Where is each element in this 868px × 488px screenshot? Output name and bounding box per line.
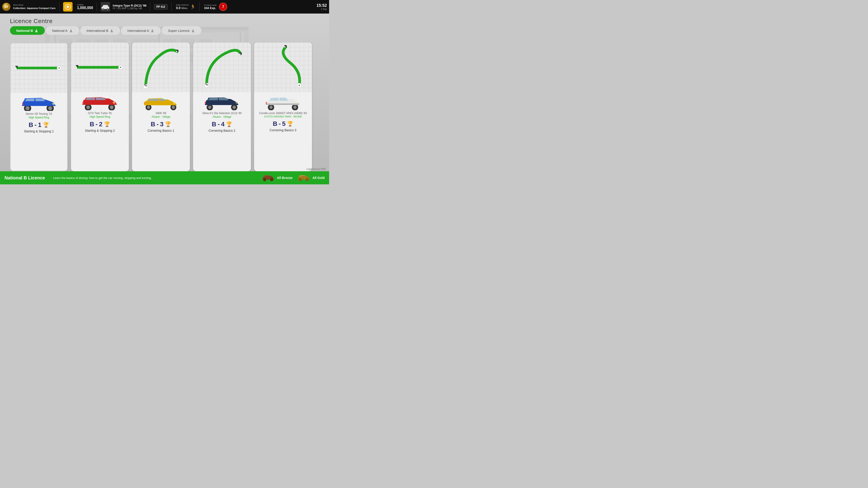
card-b1[interactable]: Demio XD Touring '15 High Speed Ring B -…: [10, 42, 68, 171]
card-b1-track: [11, 43, 67, 93]
car-icon-box: [101, 2, 110, 11]
svg-point-94: [232, 106, 236, 109]
card-b2-track: [71, 42, 129, 92]
svg-point-81: [172, 106, 175, 109]
tab-national-b[interactable]: National B: [10, 26, 45, 35]
menu-book-section: Menu Book Collection: Japanese Compact C…: [13, 4, 56, 10]
card-b2-car-area: [71, 92, 129, 110]
card-b5[interactable]: Corolla Levin 1600GT APEX (AE86) '83 KYO…: [254, 42, 312, 171]
svg-point-107: [296, 102, 298, 103]
svg-rect-101: [285, 46, 287, 47]
bottom-award-gold: All Gold: [297, 174, 324, 182]
tab-international-a[interactable]: International A: [121, 26, 161, 35]
svg-rect-43: [16, 68, 17, 69]
bottom-description: Learn the basics of driving: how to get …: [53, 176, 257, 180]
card-b4-lesson-row: B - 4 🏆: [212, 121, 232, 128]
tab-international-b[interactable]: International B: [80, 26, 120, 35]
tab-international-a-label: International A: [127, 29, 149, 33]
card-b4-trophy: 🏆: [226, 121, 232, 127]
card-b5-trophy: 🏆: [287, 121, 293, 127]
card-b5-lesson-name: Cornering Basics 3: [270, 128, 296, 132]
next-level-label: To Next Level: [204, 4, 217, 6]
svg-rect-77: [177, 51, 178, 52]
page-title: Licence Centre: [10, 18, 53, 25]
bronze-car-icon: [261, 174, 275, 182]
tab-international-b-label: International B: [87, 29, 108, 33]
card-b2-trophy: 🏆: [104, 121, 110, 127]
card-b1-track-name: High Speed Ring: [29, 116, 49, 119]
card-b1-car-svg: [19, 95, 59, 111]
card-b1-code: B - 1: [29, 121, 41, 129]
card-b5-track-name: KYOTO DRIVING PARK - MIYABI: [264, 115, 302, 118]
card-b4-code: B - 4: [212, 121, 224, 128]
svg-marker-37: [151, 29, 153, 32]
next-level-value: 334 Exp.: [204, 6, 217, 10]
next-level-section: To Next Level 334 Exp.: [204, 4, 217, 10]
svg-point-95: [236, 102, 238, 104]
card-b5-track: [254, 42, 312, 92]
svg-rect-87: [206, 86, 207, 86]
card-b4-car-name: Silvia K's Dia Selection (S13) '90: [200, 111, 243, 115]
divider-4: [171, 2, 172, 11]
svg-rect-108: [266, 102, 267, 104]
svg-rect-42: [16, 66, 18, 67]
svg-marker-33: [70, 29, 72, 32]
super-licence-cone-icon: [191, 29, 195, 33]
svg-rect-76: [176, 51, 177, 52]
svg-point-68: [110, 105, 114, 109]
captured-text: Captured on PS5: [307, 168, 326, 170]
gold-car-icon: [297, 174, 311, 182]
gt-logo: GT: [2, 3, 10, 11]
card-b3-car-area: [132, 92, 190, 110]
level-badge: 7: [219, 3, 227, 11]
svg-rect-58: [76, 67, 77, 68]
tab-super-licence[interactable]: Super Licence: [162, 26, 202, 35]
cards-area: Demio XD Touring '15 High Speed Ring B -…: [10, 42, 329, 171]
svg-point-111: [299, 178, 302, 181]
card-b4-lesson-name: Cornering Basics 2: [209, 129, 235, 132]
svg-point-104: [270, 106, 273, 109]
svg-rect-40: [192, 32, 194, 32]
card-b5-track-svg: [254, 42, 312, 92]
svg-point-8: [107, 8, 108, 9]
car-name: Integra Type R (DC2) '98: [113, 4, 147, 7]
collection-label: Collection: Japanese Compact Cars: [13, 6, 56, 10]
gold-award-label: All Gold: [312, 176, 324, 180]
menu-label: Menu Book: [13, 4, 56, 6]
card-b4[interactable]: Silvia K's Dia Selection (S13) '90 Alsac…: [193, 42, 251, 171]
svg-point-109: [263, 178, 266, 181]
card-b3[interactable]: S800 '66 Alsace - Village B - 3 🏆 Corner…: [132, 42, 190, 171]
card-b2-track-svg: [71, 42, 129, 92]
svg-rect-44: [17, 67, 18, 68]
time-section: 15:52 2 Sep: [316, 3, 327, 10]
card-b1-track-svg: [11, 43, 67, 93]
svg-point-69: [113, 101, 116, 104]
card-b2-lesson-name: Starting & Stopping 2: [85, 129, 115, 132]
tab-national-a[interactable]: National A: [46, 26, 79, 35]
workout-section: Daily Workout 0.0 Miles 🏃: [176, 4, 196, 10]
pp-badge: PP 412: [154, 4, 168, 9]
main-content: Licence Centre National B National A Int…: [0, 13, 329, 184]
svg-point-110: [270, 178, 273, 181]
svg-point-67: [86, 105, 90, 109]
svg-point-105: [293, 106, 297, 109]
card-b5-car-area: [254, 92, 312, 110]
bottom-award-bronze: All Bronze: [261, 174, 292, 182]
card-b3-track-name: Alsace - Village: [152, 115, 170, 119]
bronze-award-label: All Bronze: [277, 176, 292, 180]
divider-3: [150, 2, 150, 11]
workout-label: Daily Workout: [176, 4, 189, 6]
card-b2-car-name: GTO Twin Turbo '91: [86, 111, 114, 115]
credits-amount: 1,000,000: [77, 6, 93, 10]
svg-rect-100: [284, 46, 285, 47]
credits-section: Credits 1,000,000: [77, 4, 93, 10]
tab-national-b-label: National B: [16, 29, 33, 33]
svg-rect-106: [266, 103, 299, 105]
svg-rect-90: [241, 54, 242, 55]
card-b2-lesson-row: B - 2 🏆: [90, 121, 110, 128]
svg-marker-39: [192, 29, 194, 32]
card-b2[interactable]: GTO Twin Turbo '91 High Speed Ring B - 2…: [71, 42, 129, 171]
tab-super-licence-label: Super Licence: [168, 29, 190, 33]
credits-label: Credits: [77, 4, 93, 6]
card-b5-car-svg: [263, 94, 303, 110]
